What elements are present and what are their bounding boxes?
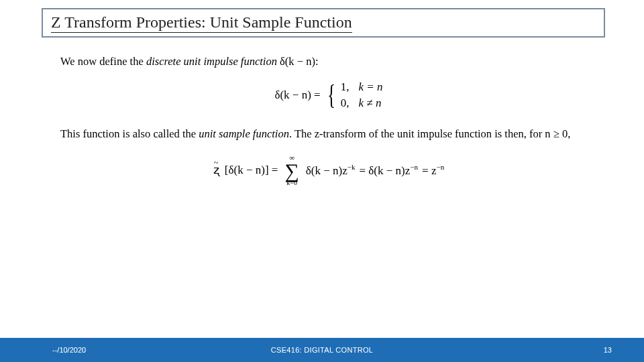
equation-2: ~ ʐ [δ(k − n)] = ∞ ∑ k=0 δ(k − n)z−k = δ… <box>213 154 444 186</box>
desc-emph: unit sample function <box>199 127 289 140</box>
desc-p2: . The z-transform of the unit impulse fu… <box>289 127 570 140</box>
footer-bar: --/10/2020 CSE416: DIGITAL CONTROL 13 <box>0 338 644 362</box>
tilde-icon: ~ <box>214 158 219 168</box>
tail-txt: = z <box>422 164 436 177</box>
eq2-mid: = δ(k − n)z−n <box>360 163 419 178</box>
eq2-lbracket: [δ(k − n)] = <box>225 164 278 177</box>
content-area: We now define the discrete unit impulse … <box>60 55 597 186</box>
case2-val: 0, <box>341 97 350 110</box>
case1-val: 1, <box>341 80 350 94</box>
intro-line: We now define the discrete unit impulse … <box>60 55 597 68</box>
intro-suffix: δ(k − n): <box>277 55 319 68</box>
footer-course: CSE416: DIGITAL CONTROL <box>271 346 373 354</box>
title-box: Z Transform Properties: Unit Sample Func… <box>42 8 605 38</box>
equation-1-block: δ(k − n) = { 1, k = n 0, k ≠ n <box>60 80 597 110</box>
term1-txt: δ(k − n)z <box>306 164 347 177</box>
case-row: 0, k ≠ n <box>341 97 383 110</box>
eq1-cases: 1, k = n 0, k ≠ n <box>341 80 383 110</box>
eq2-tail: = z−n <box>422 163 444 178</box>
case-row: 1, k = n <box>341 80 383 94</box>
description-line: This function is also called the unit sa… <box>60 126 597 142</box>
exp1: −k <box>347 163 356 171</box>
brace-icon: { <box>327 84 335 107</box>
case1-cond: k = n <box>359 80 383 94</box>
eq2-term1: δ(k − n)z−k <box>306 163 356 178</box>
z-operator: ~ ʐ <box>213 163 219 177</box>
slide-title: Z Transform Properties: Unit Sample Func… <box>51 13 352 33</box>
footer-date: --/10/2020 <box>52 346 86 354</box>
intro-emph: discrete unit impulse function <box>146 55 277 68</box>
sigma-icon: ∑ <box>284 161 299 181</box>
equation-1: δ(k − n) = { 1, k = n 0, k ≠ n <box>274 80 382 110</box>
desc-p1: This function is also called the <box>60 127 199 140</box>
footer-page-number: 13 <box>604 346 612 354</box>
intro-prefix: We now define the <box>60 55 146 68</box>
slide: Z Transform Properties: Unit Sample Func… <box>0 0 644 362</box>
eq1-lhs: δ(k − n) = <box>274 88 320 102</box>
sum-lower: k=0 <box>286 180 297 186</box>
case2-cond: k ≠ n <box>359 97 382 110</box>
summation: ∞ ∑ k=0 <box>284 154 299 186</box>
equation-2-block: ~ ʐ [δ(k − n)] = ∞ ∑ k=0 δ(k − n)z−k = δ… <box>60 154 597 186</box>
exp2: −n <box>410 163 418 171</box>
mid-txt: = δ(k − n)z <box>360 164 411 177</box>
exp3: −n <box>436 163 444 171</box>
